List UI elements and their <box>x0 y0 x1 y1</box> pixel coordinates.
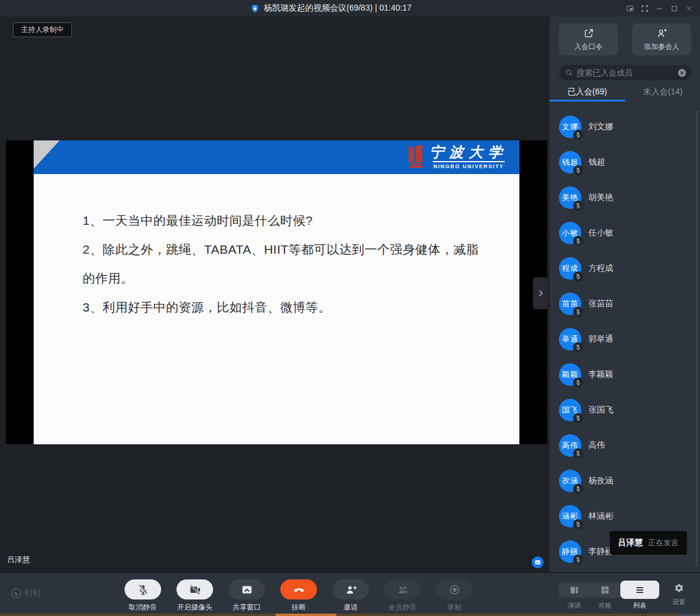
view-speaker-button[interactable]: 演讲 <box>559 581 590 610</box>
member-name: 高伟 <box>588 440 605 451</box>
view-list-button[interactable]: 列表 <box>620 581 659 610</box>
university-name-cn: 宁波大学 <box>430 144 508 160</box>
avatar: 文娜 <box>559 116 581 138</box>
mic-muted-icon <box>573 165 583 175</box>
toolbar-button-label: 全员静音 <box>388 602 417 612</box>
pip-mode-icon[interactable] <box>623 0 637 17</box>
member-row[interactable]: 美艳 胡美艳 <box>549 180 700 215</box>
logo-divider <box>433 161 505 162</box>
title-bar: 杨凯璐发起的视频会议(69/83) | 01:40:17 <box>0 0 700 17</box>
camera-off-button[interactable]: 开启摄像头 <box>169 579 221 612</box>
member-row[interactable]: 涵彬 林涵彬 <box>549 499 700 534</box>
member-list-scrollbar[interactable] <box>696 111 698 566</box>
recording-badge: 主持人录制中 <box>13 22 72 37</box>
main-stage: 主持人录制中 宁波大学 NINGBO UNIVERSITY 1、一天当中的最佳运… <box>0 17 549 572</box>
slide-line: 2、除此之外，跳绳、TABATA、HIIT等都可以达到一个强身健体，减脂 <box>83 235 502 264</box>
mute-all-button[interactable]: 全员静音 <box>377 579 428 612</box>
member-row[interactable]: 文娜 刘文娜 <box>549 109 700 145</box>
meeting-title-group: 杨凯璐发起的视频会议(69/83) | 01:40:17 <box>250 0 411 17</box>
avatar: 程成 <box>559 257 581 280</box>
meeting-title: 杨凯璐发起的视频会议(69/83) | 01:40:17 <box>264 3 411 14</box>
fullscreen-icon[interactable] <box>637 0 652 17</box>
clear-search-icon[interactable] <box>677 68 687 78</box>
avatar: 高伟 <box>559 434 581 457</box>
gear-icon <box>674 583 684 593</box>
avatar: 涵彬 <box>559 505 581 527</box>
sidebar-action-meeting-code[interactable]: 入会口令 <box>559 24 618 55</box>
avatar: 静丽 <box>559 540 581 563</box>
settings-button[interactable]: 设置 <box>667 581 691 607</box>
mic-off-icon <box>137 584 149 596</box>
speaking-status: 正在发言 <box>648 538 679 548</box>
close-icon[interactable] <box>682 0 696 17</box>
toolbar-button-label: 共享窗口 <box>233 602 261 612</box>
avatar: 苗苗 <box>559 293 581 315</box>
tab-joined[interactable]: 已入会(69) <box>549 83 625 101</box>
background-window-strip-end <box>676 614 700 616</box>
hangup-icon <box>293 584 305 596</box>
member-row[interactable]: 苗苗 张苗苗 <box>549 286 700 322</box>
member-row[interactable]: 举通 郭举通 <box>549 322 700 357</box>
hangup-button[interactable]: 挂断 <box>273 579 325 612</box>
member-name: 任小敏 <box>588 228 613 238</box>
record-button[interactable]: 录制 <box>428 579 480 612</box>
mic-muted-icon <box>573 519 583 529</box>
mute-all-icon <box>397 584 409 596</box>
dingtalk-brand: 钉钉 <box>11 588 41 599</box>
member-name: 胡美艳 <box>588 192 613 203</box>
avatar: 美艳 <box>559 186 581 209</box>
bottom-toolbar: 钉钉 取消静音 开启摄像头 共享窗口 挂断 邀请 全员静音 <box>0 572 700 614</box>
mic-off-button[interactable]: 取消静音 <box>117 579 169 612</box>
minimize-icon[interactable] <box>652 0 667 17</box>
member-list: 文娜 刘文娜 钱超 钱超 美艳 胡美艳 小敏 任小敏 程成 方程成 苗苗 <box>549 109 700 570</box>
member-row[interactable]: 小敏 任小敏 <box>549 215 700 251</box>
toolbar-button-label: 开启摄像头 <box>177 602 212 612</box>
invite-button[interactable]: 邀请 <box>325 579 377 612</box>
member-row[interactable]: 程成 方程成 <box>549 251 700 286</box>
mic-muted-icon <box>573 130 583 140</box>
member-row[interactable]: 国飞 张国飞 <box>549 392 700 428</box>
view-mode-label: 演讲 <box>568 601 581 610</box>
slide-line: 3、利用好手中的资源，比如抖音、微博等。 <box>83 293 502 322</box>
view-grid-button[interactable]: 宫格 <box>590 581 620 610</box>
tab-label: 未入会(14) <box>643 87 683 97</box>
search-input[interactable] <box>577 68 677 77</box>
university-name-en: NINGBO UNIVERSITY <box>433 163 504 169</box>
member-tabs: 已入会(69) 未入会(14) <box>549 83 700 101</box>
sidebar-action-add-participant[interactable]: 添加参会人 <box>632 24 691 55</box>
university-gate-icon <box>407 144 424 169</box>
share-window-button[interactable]: 共享窗口 <box>221 579 273 612</box>
tab-not-joined[interactable]: 未入会(14) <box>625 83 700 101</box>
layout-view-switcher: 演讲 宫格 列表 <box>559 581 659 610</box>
avatar: 钱超 <box>559 151 581 173</box>
member-name: 刘文娜 <box>588 122 613 132</box>
sidebar-collapse-handle[interactable] <box>533 277 548 309</box>
member-name: 郭举通 <box>588 334 613 345</box>
member-name: 杨孜涵 <box>588 476 613 486</box>
mic-muted-icon <box>573 448 583 458</box>
member-row[interactable]: 颖颖 李颖颖 <box>549 357 700 392</box>
member-row[interactable]: 高伟 高伟 <box>549 428 700 463</box>
view-grid-icon <box>600 585 610 595</box>
mic-muted-icon <box>573 378 583 388</box>
current-speaker-name: 吕泽慧 <box>7 555 30 565</box>
view-list-icon <box>634 585 645 595</box>
record-icon <box>449 584 461 596</box>
mic-muted-icon <box>573 307 583 317</box>
settings-label: 设置 <box>672 598 685 607</box>
member-row[interactable]: 孜涵 杨孜涵 <box>549 463 700 499</box>
mic-muted-icon <box>573 484 583 494</box>
member-row[interactable]: 钱超 钱超 <box>549 145 700 180</box>
chevron-right-icon <box>535 288 546 299</box>
toolbar-button-label: 录制 <box>447 602 462 612</box>
call-control-buttons: 取消静音 开启摄像头 共享窗口 挂断 邀请 全员静音 录制 <box>117 579 480 612</box>
search-icon <box>565 68 573 77</box>
background-window-strip-highlight <box>276 614 336 616</box>
toolbar-button-pill <box>384 579 421 599</box>
toolbar-button-label: 挂断 <box>292 602 306 612</box>
university-logo: 宁波大学 NINGBO UNIVERSITY <box>407 144 508 169</box>
action-label: 添加参会人 <box>644 42 679 52</box>
toolbar-button-pill <box>228 579 265 599</box>
camera-off-icon <box>189 584 201 596</box>
maximize-icon[interactable] <box>667 0 682 17</box>
